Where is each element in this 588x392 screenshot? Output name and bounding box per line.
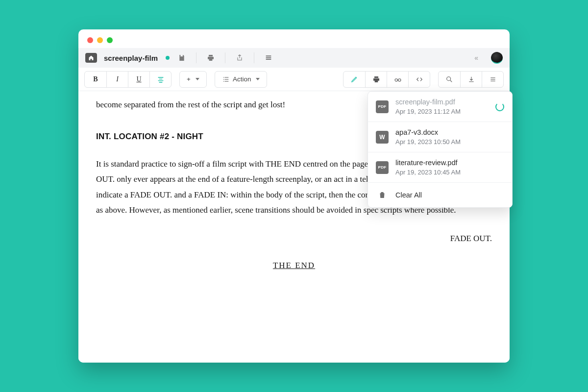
hamburger-icon — [489, 75, 497, 83]
minimize-window-button[interactable] — [97, 37, 103, 43]
svg-point-1 — [398, 78, 400, 81]
share-icon — [236, 54, 244, 62]
pdf-file-icon — [376, 100, 389, 113]
chevron-down-icon — [256, 78, 260, 80]
source-mode-button[interactable] — [408, 72, 430, 87]
loading-spinner-icon — [495, 102, 504, 111]
word-file-icon — [376, 131, 389, 144]
element-type-menu[interactable]: Action — [215, 72, 267, 87]
download-button[interactable] — [460, 72, 482, 87]
edit-mode-button[interactable] — [343, 72, 365, 87]
sync-status-dot — [166, 56, 170, 60]
fullscreen-window-button[interactable] — [107, 37, 113, 43]
align-center-icon — [157, 75, 165, 83]
search-button[interactable] — [439, 72, 460, 87]
pencil-icon — [350, 75, 358, 83]
reader-mode-button[interactable] — [387, 72, 408, 87]
home-icon — [88, 55, 94, 61]
download-file-meta: Apr 19, 2023 11:12 AM — [395, 107, 461, 116]
user-avatar[interactable] — [491, 52, 503, 64]
download-icon — [467, 75, 475, 83]
search-icon — [445, 75, 453, 83]
divider — [254, 52, 254, 63]
glasses-icon — [394, 75, 402, 83]
chevron-down-icon — [196, 78, 199, 80]
svg-point-2 — [447, 76, 451, 80]
cards-icon — [265, 54, 272, 62]
insert-group: + — [179, 71, 207, 88]
download-file-name: literature-review.pdf — [395, 158, 461, 168]
underline-button[interactable]: U — [128, 72, 149, 87]
utility-group — [438, 71, 504, 88]
cards-view-button[interactable] — [261, 50, 276, 65]
save-button[interactable] — [174, 50, 189, 65]
pdf-file-icon — [376, 161, 389, 174]
divider — [196, 52, 196, 63]
bold-button[interactable]: B — [85, 72, 106, 87]
element-group: Action — [215, 71, 268, 88]
the-end: THE END — [96, 258, 492, 273]
print-preview-button[interactable] — [365, 72, 387, 87]
download-file-meta: Apr 19, 2023 10:50 AM — [395, 138, 461, 147]
download-file-name: apa7-v3.docx — [395, 128, 461, 138]
align-button[interactable] — [149, 72, 171, 87]
text-style-group: B I U — [84, 71, 172, 88]
transition: FADE OUT. — [96, 231, 492, 246]
clear-downloads-label: Clear All — [395, 191, 422, 200]
window-controls — [87, 37, 113, 43]
download-item[interactable]: screenplay-film.pdf Apr 19, 2023 11:12 A… — [368, 92, 512, 122]
list-icon — [222, 75, 230, 83]
home-button[interactable] — [85, 53, 97, 63]
element-type-label: Action — [233, 75, 251, 83]
document-title: screenplay-film — [104, 54, 158, 62]
close-window-button[interactable] — [87, 37, 93, 43]
printer-icon — [372, 75, 380, 83]
svg-point-0 — [395, 78, 397, 81]
save-icon — [178, 54, 186, 62]
download-file-name: screenplay-film.pdf — [395, 98, 461, 107]
insert-menu-button[interactable]: + — [180, 72, 206, 87]
app-header: screenplay-film « — [78, 48, 510, 68]
download-file-meta: Apr 19, 2023 10:45 AM — [395, 168, 461, 177]
mode-group — [343, 71, 430, 88]
divider — [225, 52, 225, 63]
download-item[interactable]: apa7-v3.docx Apr 19, 2023 10:50 AM — [368, 122, 512, 152]
print-icon — [207, 54, 215, 62]
italic-button[interactable]: I — [106, 72, 128, 87]
download-item[interactable]: literature-review.pdf Apr 19, 2023 10:45… — [368, 152, 512, 183]
formatting-toolbar: B I U + Action — [78, 68, 510, 91]
code-icon — [416, 75, 423, 83]
app-window: screenplay-film « B I U — [78, 29, 510, 363]
more-menu-button[interactable] — [482, 72, 503, 87]
collapse-sidebar-button[interactable]: « — [469, 54, 483, 62]
trash-icon — [376, 189, 389, 201]
clear-downloads-button[interactable]: Clear All — [368, 183, 512, 207]
print-button[interactable] — [203, 50, 218, 65]
share-button[interactable] — [232, 50, 247, 65]
downloads-dropdown: screenplay-film.pdf Apr 19, 2023 11:12 A… — [368, 91, 513, 208]
